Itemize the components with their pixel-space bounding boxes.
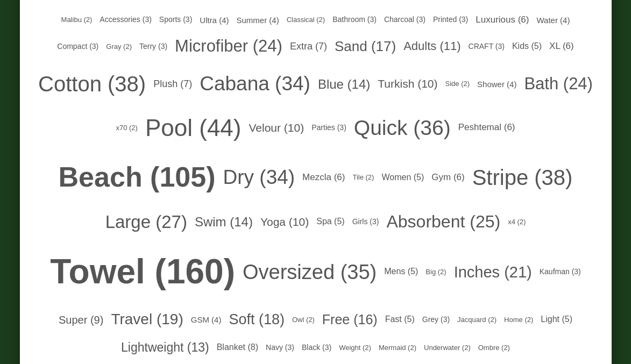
- tag-extra: Extra (7): [290, 38, 327, 55]
- tag-parties: Parties (3): [311, 121, 346, 134]
- tag-beach: Beach (105): [59, 152, 216, 203]
- tag-oversized: Oversized (35): [243, 254, 377, 290]
- tag-classical: Classical (2): [287, 13, 325, 26]
- tag-gym: Gym (6): [431, 169, 464, 186]
- tag-cabana: Cabana (34): [200, 66, 310, 102]
- tag-xl: XL (6): [549, 38, 574, 55]
- tag-stripe: Stripe (38): [472, 158, 573, 197]
- tag-underwater: Underwater (2): [424, 341, 471, 354]
- tag-free: Free (16): [322, 308, 378, 332]
- tag-cotton: Cotton (38): [38, 65, 146, 103]
- tag-printed: Printed (3): [433, 13, 468, 26]
- tag-kids: Kids (5): [512, 39, 542, 54]
- tag-super: Super (9): [59, 310, 103, 330]
- tag-grey: Grey (3): [422, 313, 450, 326]
- tag-mens: Mens (5): [384, 264, 418, 280]
- tag-x70: x70 (2): [116, 122, 137, 134]
- tag-home: Home (2): [504, 313, 533, 326]
- tag-terry: Terry (3): [139, 40, 167, 53]
- tag-mezcla: Mezcla (6): [302, 169, 345, 186]
- tag-girls: Girls (3): [352, 215, 379, 229]
- tag-adults: Adults (11): [403, 35, 460, 57]
- tag-soft: Soft (18): [229, 306, 285, 333]
- tag-lightweight: Lightweight (13): [121, 337, 209, 359]
- tag-dry: Dry (34): [223, 160, 295, 196]
- tag-blanket: Blanket (8): [217, 340, 258, 355]
- tag-peshtemal: Peshtemal (6): [458, 119, 515, 136]
- tag-compact: Compact (3): [57, 40, 98, 53]
- tag-microfiber: Microfiber (24): [175, 31, 282, 61]
- tag-charcoal: Charcoal (3): [384, 13, 426, 26]
- tag-weight: Weight (2): [339, 341, 371, 354]
- tag-bathroom: Bathroom (3): [332, 13, 377, 26]
- tag-kaufman: Kaufman (3): [540, 265, 581, 279]
- tag-pool: Pool (44): [145, 106, 242, 149]
- tag-gray: Gray (2): [106, 40, 132, 53]
- tag-sports: Sports (3): [159, 13, 192, 26]
- tag-navy: Navy (3): [266, 341, 294, 354]
- tag-yoga: Yoga (10): [260, 212, 309, 232]
- tag-big: Big (2): [426, 266, 446, 278]
- tag-fast: Fast (5): [385, 312, 415, 327]
- tag-ultra: Ultra (4): [200, 13, 229, 27]
- tag-travel: Travel (19): [111, 306, 183, 333]
- tag-x4: x4 (2): [508, 216, 526, 228]
- word-cloud: Malibu (2)Accessories (3)Sports (3)Ultra…: [37, 12, 594, 359]
- tag-large: Large (27): [105, 206, 187, 238]
- tag-craft: CRAFT (3): [469, 40, 505, 53]
- tag-inches: Inches (21): [454, 258, 532, 286]
- tag-swim: Swim (14): [195, 210, 253, 233]
- modal-body: Malibu (2)Accessories (3)Sports (3)Ultra…: [20, 0, 612, 364]
- tag-spa: Spa (5): [316, 214, 344, 230]
- tag-turkish: Turkish (10): [378, 74, 437, 94]
- tag-absorbent: Absorbent (25): [386, 206, 500, 238]
- tag-gsm: GSM (4): [191, 312, 222, 327]
- tag-mermaid: Mermaid (2): [379, 341, 416, 354]
- modal-backdrop[interactable]: Niche Keywords × Malibu (2)Accessories (…: [0, 0, 631, 364]
- tag-shower: Shower (4): [477, 77, 516, 91]
- tag-jacquard: Jacquard (2): [457, 313, 497, 326]
- tag-quick: Quick (36): [354, 109, 451, 147]
- tag-velour: Velour (10): [249, 118, 304, 138]
- tag-accessories: Accessories (3): [100, 13, 151, 26]
- tag-luxurious: Luxurious (6): [476, 12, 529, 28]
- tag-sand: Sand (17): [335, 34, 396, 59]
- tag-blue: Blue (14): [318, 73, 370, 96]
- tag-bath: Bath (24): [524, 69, 593, 99]
- tag-towel: Towel (160): [50, 241, 235, 303]
- tag-summer: Summer (4): [236, 13, 279, 27]
- tag-owl: Owl (2): [292, 313, 315, 326]
- tag-women: Women (5): [381, 170, 424, 185]
- tag-malibu: Malibu (2): [61, 13, 93, 26]
- tag-tile: Tile (2): [352, 171, 374, 183]
- tag-side: Side (2): [445, 77, 470, 90]
- tag-water: Water (4): [536, 13, 570, 27]
- tag-ombre: Ombre (2): [478, 341, 510, 354]
- tag-black: Black (3): [302, 341, 331, 354]
- niche-keywords-modal: Niche Keywords × Malibu (2)Accessories (…: [20, 0, 612, 364]
- tag-light: Light (5): [541, 312, 572, 327]
- tag-plush: Plush (7): [153, 75, 192, 92]
